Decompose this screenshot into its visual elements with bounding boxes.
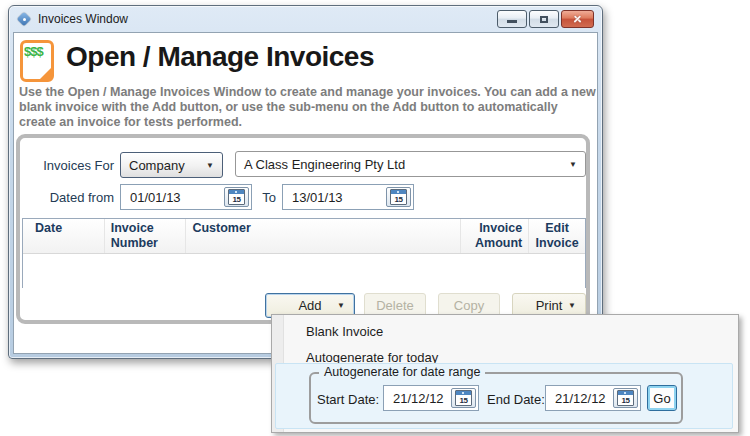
invoices-for-select[interactable]: Company ▼ [120, 152, 223, 178]
maximize-icon [540, 16, 548, 23]
table-header-row: Date Invoice Number Customer Invoice Amo… [23, 219, 585, 254]
column-header-customer: Customer [186, 219, 461, 253]
end-date-calendar-button[interactable]: 15 [613, 388, 638, 408]
invoices-for-label: Invoices For [20, 158, 114, 173]
start-date-input[interactable] [391, 390, 451, 407]
invoices-window: Invoices Window $$$ Open / Manag [8, 5, 603, 359]
app-icon-dollars: $$$ [24, 44, 43, 59]
date-range-legend: Autogenerate for date range [319, 365, 485, 379]
company-value: A Class Engineering Pty Ltd [236, 157, 405, 172]
chevron-down-icon: ▼ [206, 161, 214, 170]
chevron-down-icon: ▼ [568, 301, 576, 310]
column-header-invoice-amount: Invoice Amount [461, 219, 529, 253]
start-date-field: 15 [383, 385, 479, 411]
maximize-button[interactable] [529, 10, 559, 28]
invoices-app-icon: $$$ [20, 40, 54, 82]
page-title: Open / Manage Invoices [66, 41, 374, 73]
end-date-field: 15 [545, 385, 641, 411]
invoices-table: Date Invoice Number Customer Invoice Amo… [22, 218, 586, 288]
end-date-label: End Date: [487, 392, 545, 407]
chevron-down-icon: ▼ [337, 301, 345, 310]
page-description: Use the Open / Manage Invoices Window to… [19, 85, 597, 130]
menu-date-range-section: Autogenerate for date range Start Date: … [275, 363, 733, 429]
filters-group: Invoices For Company ▼ A Class Engineeri… [16, 134, 590, 324]
menu-item-blank-invoice[interactable]: Blank Invoice [284, 319, 734, 345]
date-to-calendar-button[interactable]: 15 [386, 187, 411, 207]
chevron-down-icon: ▼ [569, 160, 577, 169]
title-bar[interactable]: Invoices Window [9, 6, 602, 32]
minimize-icon [507, 20, 517, 23]
close-button[interactable] [561, 10, 594, 28]
date-to-input[interactable] [290, 189, 372, 206]
table-empty-area [23, 254, 585, 288]
window-tag-icon [17, 12, 32, 27]
window-title: Invoices Window [38, 12, 128, 26]
company-select[interactable]: A Class Engineering Pty Ltd ▼ [235, 151, 586, 177]
date-to-field: 15 [282, 184, 414, 210]
column-header-date: Date [23, 219, 105, 253]
date-from-input[interactable] [128, 189, 210, 206]
autogenerate-date-range-group: Autogenerate for date range Start Date: … [309, 372, 683, 424]
calendar-icon: 15 [617, 390, 634, 406]
calendar-icon: 15 [390, 189, 407, 205]
start-date-calendar-button[interactable]: 15 [451, 388, 476, 408]
dated-from-label: Dated from [20, 190, 114, 205]
go-button[interactable]: Go [647, 385, 677, 411]
window-controls [497, 10, 594, 28]
page-fold-icon [39, 67, 52, 80]
add-button-menu: Blank Invoice Autogenerate for today Aut… [271, 314, 739, 433]
invoices-for-value: Company [121, 158, 185, 173]
start-date-label: Start Date: [317, 392, 379, 407]
minimize-button[interactable] [497, 10, 527, 28]
to-label: To [228, 190, 276, 205]
column-header-edit-invoice: Edit Invoice [529, 219, 585, 253]
end-date-input[interactable] [553, 390, 613, 407]
calendar-icon: 15 [455, 390, 472, 406]
column-header-invoice-number: Invoice Number [105, 219, 187, 253]
window-client-area: $$$ Open / Manage Invoices Use the Open … [13, 32, 598, 354]
